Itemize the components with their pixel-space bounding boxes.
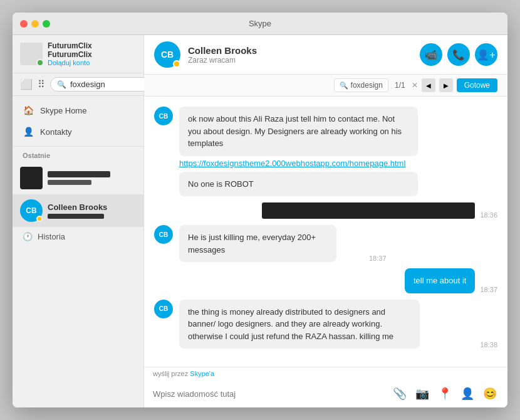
colleen-preview-bar — [48, 214, 104, 219]
chat-search-bar: 🔍 foxdesign 1/1 ✕ ◀ ▶ Gotowe — [144, 75, 507, 97]
maximize-button[interactable] — [43, 20, 50, 28]
minimize-button[interactable] — [31, 20, 39, 28]
sidebar-nav: 🏠 Skype Home 👤 Kontakty — [13, 96, 143, 147]
message-bubble-1: ok now about this Ali Raza just tell him… — [179, 107, 418, 156]
via-service-link[interactable]: Skype'a — [190, 370, 214, 377]
colleen-info: Colleen Brooks — [48, 202, 136, 219]
close-button[interactable] — [20, 20, 28, 28]
user-avatar — [20, 43, 43, 65]
chat-search-term: foxdesign — [351, 81, 383, 90]
colleen-name: Colleen Brooks — [48, 202, 136, 212]
message-text-6: tell me about it — [413, 276, 467, 285]
history-icon: 🕐 — [23, 232, 33, 241]
message-row-redacted: 18:36 — [154, 202, 497, 219]
message-row-6: tell me about it 18:37 — [154, 268, 497, 293]
emoji-icon[interactable]: 😊 — [481, 385, 499, 402]
msg-avatar-cb: CB — [154, 107, 173, 125]
chat-header: CB Colleen Brooks Zaraz wracam 📹 📞 👤+ — [144, 35, 507, 75]
username: FuturumClix FuturumClix — [48, 41, 136, 59]
location-icon[interactable]: 📍 — [436, 385, 454, 402]
sidebar-header: FuturumClix FuturumClix Dołąduj konto — [13, 35, 143, 73]
colleen-initials: CB — [26, 206, 36, 215]
chat-area: CB Colleen Brooks Zaraz wracam 📹 📞 👤+ — [144, 35, 507, 407]
contacts-icon: 👤 — [23, 126, 34, 137]
sidebar-home-label: Skype Home — [40, 106, 86, 115]
history-label: Historia — [38, 232, 65, 241]
send-image-icon[interactable]: 📷 — [413, 385, 431, 402]
message-with-avatar: CB ok now about this Ali Raza just tell … — [154, 107, 497, 196]
contact-colleen-brooks[interactable]: CB Colleen Brooks — [13, 194, 143, 227]
message-input[interactable] — [153, 389, 386, 399]
input-via: wyślij przez Skype'a — [144, 367, 507, 380]
msg-avatar-cb-7: CB — [154, 300, 173, 318]
recent-label: Ostatnie — [13, 147, 143, 162]
message-with-avatar-7: CB the thing is money already distribute… — [154, 300, 475, 349]
message-time-4: 18:36 — [480, 211, 497, 219]
user-status-dot — [36, 59, 44, 66]
sidebar: FuturumClix FuturumClix Dołąduj konto ⬜ … — [13, 35, 144, 407]
chat-contact-name: Colleen Brooks — [188, 45, 257, 56]
message-text-3: No one is ROBOT — [188, 179, 254, 189]
add-contact-button[interactable]: 👤+ — [475, 43, 497, 66]
chat-header-left: CB Colleen Brooks Zaraz wracam — [154, 41, 257, 68]
chat-contact-info: Colleen Brooks Zaraz wracam — [188, 45, 257, 65]
message-text-7: the thing is money already distributed t… — [188, 307, 393, 341]
window-title: Skype — [249, 19, 271, 28]
voice-call-button[interactable]: 📞 — [447, 43, 470, 66]
user-info: FuturumClix FuturumClix Dołąduj konto — [48, 41, 136, 66]
search-next-button[interactable]: ▶ — [439, 78, 453, 92]
input-row: 📎 📷 📍 👤 😊 — [144, 380, 507, 407]
search-count: 1/1 — [395, 81, 405, 90]
messages-container: CB ok now about this Ali Raza just tell … — [144, 97, 507, 367]
chat-actions: 📹 📞 👤+ — [420, 43, 497, 66]
search-close-icon[interactable]: ✕ — [412, 81, 418, 90]
redacted-avatar — [20, 167, 43, 189]
skype-window: Skype FuturumClix FuturumClix Dołąduj ko… — [13, 13, 507, 407]
message-bubble-5: He is just killing me, everyday 200+ mes… — [179, 225, 336, 262]
grid-icon[interactable]: ⠿ — [38, 78, 45, 90]
via-label: wyślij przez — [153, 370, 188, 377]
redacted-message-bar — [262, 202, 475, 219]
msg-avatar-cb-5: CB — [154, 225, 173, 244]
redacted-contact-info — [48, 171, 136, 185]
external-link-icon[interactable]: ⬜ — [20, 78, 33, 90]
sidebar-history[interactable]: 🕐 Historia — [13, 227, 143, 246]
message-bubble-6: tell me about it — [405, 268, 476, 293]
attach-file-icon[interactable]: 📎 — [391, 385, 408, 402]
home-icon: 🏠 — [23, 105, 34, 116]
title-bar: Skype — [13, 13, 507, 35]
colleen-avatar: CB — [20, 199, 43, 222]
message-bubble-7: the thing is money already distributed t… — [179, 300, 420, 349]
message-link[interactable]: https://foxdesignstheme2.000webhostapp.c… — [179, 159, 497, 168]
message-bubble-3: No one is ROBOT — [179, 172, 418, 197]
message-time-5: 18:37 — [369, 255, 387, 262]
video-call-button[interactable]: 📹 — [420, 43, 442, 66]
input-icons: 📎 📷 📍 👤 😊 — [391, 385, 499, 402]
search-prev-button[interactable]: ◀ — [422, 78, 435, 92]
chat-contact-initials: CB — [161, 50, 174, 60]
message-row-5: CB He is just killing me, everyday 200+ … — [154, 225, 497, 262]
search-done-button[interactable]: Gotowe — [457, 78, 497, 92]
main-content: FuturumClix FuturumClix Dołąduj konto ⬜ … — [13, 35, 507, 407]
chat-contact-status-dot — [173, 60, 180, 68]
message-text-5: He is just killing me, everyday 200+ mes… — [188, 233, 316, 255]
redacted-preview-bar — [48, 180, 91, 185]
search-icon: 🔍 — [57, 80, 66, 89]
sidebar-item-home[interactable]: 🏠 Skype Home — [13, 100, 143, 121]
message-with-avatar-5: CB He is just killing me, everyday 200+ … — [154, 225, 364, 262]
top-search-bar: ⬜ ⠿ 🔍 ✕ — [13, 73, 143, 96]
message-time-6: 18:37 — [480, 286, 497, 293]
chat-contact-status-text: Zaraz wracam — [188, 56, 257, 65]
chat-search-icon: 🔍 — [340, 81, 348, 90]
message-row-7: CB the thing is money already distribute… — [154, 300, 497, 349]
add-contact-chat-icon[interactable]: 👤 — [459, 385, 476, 402]
input-area: wyślij przez Skype'a 📎 📷 📍 👤 😊 — [144, 367, 507, 407]
redacted-contact[interactable] — [13, 162, 143, 194]
redacted-name-bar — [48, 171, 110, 177]
colleen-status-dot — [36, 216, 43, 222]
sidebar-item-contacts[interactable]: 👤 Kontakty — [13, 121, 143, 142]
add-account-link[interactable]: Dołąduj konto — [48, 59, 136, 66]
traffic-lights — [20, 20, 50, 28]
message-time-7: 18:38 — [480, 341, 497, 349]
chat-contact-avatar: CB — [154, 41, 180, 68]
